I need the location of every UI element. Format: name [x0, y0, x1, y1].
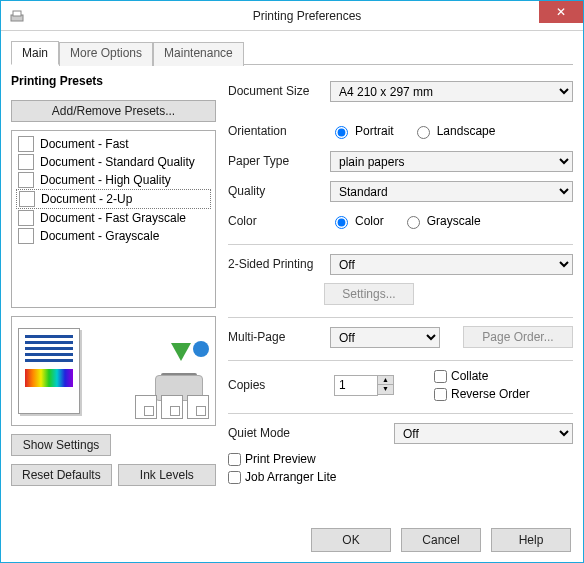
titlebar: Printing Preferences ✕: [1, 1, 583, 31]
tab-main[interactable]: Main: [11, 41, 59, 65]
list-item[interactable]: Document - 2-Up: [16, 189, 211, 209]
add-remove-presets-button[interactable]: Add/Remove Presets...: [11, 100, 216, 122]
paper-type-label: Paper Type: [228, 154, 324, 168]
two-sided-settings-button: Settings...: [324, 283, 414, 305]
list-item-label: Document - Fast: [40, 137, 129, 151]
copies-input[interactable]: [334, 375, 378, 396]
svg-rect-1: [13, 11, 21, 16]
copies-label: Copies: [228, 378, 324, 392]
orientation-label: Orientation: [228, 124, 324, 138]
reset-defaults-button[interactable]: Reset Defaults: [11, 464, 112, 486]
quality-label: Quality: [228, 184, 324, 198]
document-size-select[interactable]: A4 210 x 297 mm: [330, 81, 573, 102]
color-grayscale-radio[interactable]: Grayscale: [402, 213, 481, 229]
printer-output-icon: [149, 341, 209, 401]
left-column: Printing Presets Add/Remove Presets... D…: [11, 74, 216, 486]
help-button[interactable]: Help: [491, 528, 571, 552]
list-item[interactable]: Document - High Quality: [16, 171, 211, 189]
reverse-order-checkbox[interactable]: Reverse Order: [434, 387, 530, 401]
document-size-label: Document Size: [228, 84, 324, 98]
right-column: Document Size A4 210 x 297 mm Orientatio…: [228, 74, 573, 486]
cancel-button[interactable]: Cancel: [401, 528, 481, 552]
dialog-content: Main More Options Maintenance Printing P…: [1, 31, 583, 496]
page-order-button: Page Order...: [463, 326, 573, 348]
list-item[interactable]: Document - Grayscale: [16, 227, 211, 245]
list-item-label: Document - Standard Quality: [40, 155, 195, 169]
list-item-label: Document - High Quality: [40, 173, 171, 187]
quiet-mode-label: Quiet Mode: [228, 426, 388, 440]
list-item-label: Document - Grayscale: [40, 229, 159, 243]
list-item-label: Document - 2-Up: [41, 192, 132, 206]
spin-down-icon[interactable]: ▼: [378, 385, 393, 394]
preset-icon: [18, 210, 34, 226]
preset-icon: [18, 228, 34, 244]
orientation-portrait-radio[interactable]: Portrait: [330, 123, 394, 139]
preset-icon: [19, 191, 35, 207]
spin-up-icon[interactable]: ▲: [378, 376, 393, 385]
preview-page-icon: [18, 328, 80, 414]
ink-levels-button[interactable]: Ink Levels: [118, 464, 216, 486]
ok-button[interactable]: OK: [311, 528, 391, 552]
printer-icon: [9, 8, 25, 24]
printing-preferences-window: Printing Preferences ✕ Main More Options…: [0, 0, 584, 563]
list-item[interactable]: Document - Standard Quality: [16, 153, 211, 171]
preset-icon: [18, 154, 34, 170]
collate-checkbox[interactable]: Collate: [434, 369, 530, 383]
window-title: Printing Preferences: [31, 9, 583, 23]
pages-icon: [135, 395, 209, 419]
copies-spinner[interactable]: ▲▼: [334, 375, 394, 396]
close-icon: ✕: [556, 5, 566, 19]
list-item[interactable]: Document - Fast: [16, 135, 211, 153]
list-item-label: Document - Fast Grayscale: [40, 211, 186, 225]
quality-select[interactable]: Standard: [330, 181, 573, 202]
quiet-mode-select[interactable]: Off: [394, 423, 573, 444]
preset-icon: [18, 172, 34, 188]
multi-page-label: Multi-Page: [228, 330, 324, 344]
paper-type-select[interactable]: plain papers: [330, 151, 573, 172]
presets-listbox[interactable]: Document - Fast Document - Standard Qual…: [11, 130, 216, 308]
print-preview-checkbox[interactable]: Print Preview: [228, 452, 573, 466]
two-sided-select[interactable]: Off: [330, 254, 573, 275]
dialog-footer: OK Cancel Help: [311, 528, 571, 552]
orientation-landscape-radio[interactable]: Landscape: [412, 123, 496, 139]
close-button[interactable]: ✕: [539, 1, 583, 23]
preview-pane: [11, 316, 216, 426]
list-item[interactable]: Document - Fast Grayscale: [16, 209, 211, 227]
job-arranger-checkbox[interactable]: Job Arranger Lite: [228, 470, 573, 484]
tab-maintenance[interactable]: Maintenance: [153, 42, 244, 66]
color-color-radio[interactable]: Color: [330, 213, 384, 229]
two-sided-label: 2-Sided Printing: [228, 257, 324, 271]
multi-page-select[interactable]: Off: [330, 327, 440, 348]
tab-more-options[interactable]: More Options: [59, 42, 153, 66]
tab-strip: Main More Options Maintenance: [11, 40, 573, 65]
show-settings-button[interactable]: Show Settings: [11, 434, 111, 456]
color-label: Color: [228, 214, 324, 228]
preset-icon: [18, 136, 34, 152]
presets-heading: Printing Presets: [11, 74, 216, 88]
